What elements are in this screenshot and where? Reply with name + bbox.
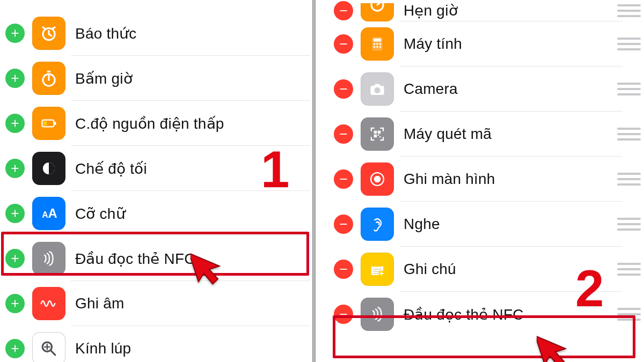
- row-nfc-left[interactable]: Đầu đọc thẻ NFC: [0, 236, 310, 281]
- row-camera[interactable]: Camera: [328, 67, 644, 112]
- row-label: Camera: [404, 80, 458, 98]
- svg-rect-4: [54, 122, 56, 125]
- row-label: Hẹn giờ: [404, 2, 458, 19]
- row-darkmode[interactable]: Chế độ tối: [0, 146, 310, 191]
- svg-rect-22: [374, 131, 377, 134]
- qr-scan-icon: [361, 117, 394, 151]
- minus-icon: [338, 263, 349, 275]
- add-button[interactable]: [5, 339, 25, 358]
- drag-handle-icon[interactable]: [617, 308, 641, 321]
- drag-handle-icon[interactable]: [617, 4, 641, 17]
- right-panel: Hẹn giờ Máy tính Camera: [328, 0, 644, 362]
- drag-handle-icon[interactable]: [617, 38, 641, 50]
- add-button[interactable]: [5, 24, 25, 43]
- drag-handle-icon[interactable]: [617, 173, 641, 186]
- record-icon: [361, 162, 394, 196]
- svg-rect-25: [378, 135, 379, 136]
- magnifier-icon: [32, 332, 65, 362]
- battery-icon: [32, 107, 65, 140]
- nfc-icon: [32, 242, 65, 275]
- svg-point-14: [376, 43, 378, 45]
- add-button[interactable]: [5, 159, 25, 178]
- svg-rect-12: [374, 39, 381, 42]
- add-button[interactable]: [5, 294, 25, 313]
- remove-button[interactable]: [334, 215, 353, 234]
- minus-icon: [338, 128, 349, 140]
- add-button[interactable]: [5, 204, 25, 223]
- row-nfc-right[interactable]: Đầu đọc thẻ NFC: [328, 292, 644, 337]
- row-label: Đầu đọc thẻ NFC: [404, 306, 524, 323]
- svg-point-21: [374, 87, 380, 93]
- plus-icon: [9, 162, 21, 174]
- ear-icon: [361, 208, 394, 241]
- row-qr[interactable]: Máy quét mã: [328, 112, 644, 157]
- svg-rect-5: [43, 121, 47, 125]
- minus-icon: [338, 38, 349, 50]
- nfc-icon: [361, 298, 394, 331]
- remove-button[interactable]: [334, 169, 353, 189]
- remove-button[interactable]: [334, 124, 353, 144]
- drag-handle-icon[interactable]: [617, 263, 641, 276]
- svg-point-28: [374, 176, 381, 183]
- row-calculator[interactable]: Máy tính: [328, 21, 644, 67]
- add-button[interactable]: [5, 69, 25, 88]
- svg-point-17: [376, 46, 378, 48]
- remove-button[interactable]: [334, 34, 353, 54]
- minus-icon: [338, 83, 349, 95]
- row-label: Máy tính: [404, 35, 462, 53]
- row-voicememo[interactable]: Ghi âm: [0, 281, 310, 326]
- plus-icon: [9, 253, 21, 264]
- svg-rect-30: [371, 263, 383, 267]
- add-button[interactable]: [5, 249, 25, 268]
- plus-icon: [9, 72, 21, 84]
- add-button[interactable]: [5, 114, 25, 133]
- stopwatch-icon: [32, 62, 65, 95]
- remove-button[interactable]: [334, 260, 353, 279]
- plus-icon: [9, 117, 21, 129]
- svg-point-13: [374, 43, 375, 45]
- tutorial-composite: Báo thức Bấm giờ C.độ nguồn điện thấp: [0, 0, 644, 362]
- row-screenrec[interactable]: Ghi màn hình: [328, 157, 644, 202]
- svg-rect-24: [374, 135, 377, 138]
- remove-button[interactable]: [334, 79, 353, 99]
- row-alarm[interactable]: Báo thức: [0, 11, 310, 56]
- minus-icon: [338, 5, 349, 17]
- row-label: Nghe: [404, 216, 440, 233]
- svg-text:A: A: [42, 210, 48, 219]
- svg-text:A: A: [48, 206, 57, 220]
- row-label: Ghi chú: [404, 261, 456, 278]
- svg-rect-2: [47, 71, 50, 72]
- camera-icon: [361, 72, 394, 106]
- row-label: Đầu đọc thẻ NFC: [75, 250, 195, 268]
- notes-icon: [361, 253, 394, 286]
- row-lowpower[interactable]: C.độ nguồn điện thấp: [0, 101, 310, 146]
- left-panel: Báo thức Bấm giờ C.độ nguồn điện thấp: [0, 0, 310, 362]
- remove-button[interactable]: [334, 305, 353, 324]
- row-textsize[interactable]: AA Cỡ chữ: [0, 191, 310, 236]
- row-hearing[interactable]: Nghe: [328, 202, 644, 247]
- drag-handle-icon[interactable]: [617, 128, 641, 141]
- textsize-icon: AA: [32, 197, 65, 230]
- row-notes[interactable]: Ghi chú: [328, 247, 644, 292]
- minus-icon: [338, 173, 349, 185]
- calculator-icon: [361, 27, 394, 61]
- remove-button[interactable]: [334, 1, 353, 20]
- row-label: Kính lúp: [75, 340, 131, 357]
- svg-point-15: [379, 43, 381, 45]
- row-magnifier[interactable]: Kính lúp: [0, 326, 310, 362]
- voicememo-icon: [32, 287, 65, 320]
- svg-rect-20: [375, 84, 380, 87]
- row-label: Ghi âm: [75, 295, 124, 312]
- row-label: Báo thức: [75, 25, 137, 42]
- row-label: Ghi màn hình: [404, 171, 495, 188]
- plus-icon: [9, 298, 21, 309]
- row-stopwatch[interactable]: Bấm giờ: [0, 56, 310, 101]
- drag-handle-icon[interactable]: [617, 83, 641, 95]
- minus-icon: [338, 308, 349, 320]
- row-timer[interactable]: Hẹn giờ: [328, 0, 644, 21]
- row-label: Cỡ chữ: [75, 205, 126, 223]
- drag-handle-icon[interactable]: [617, 218, 641, 231]
- row-label: C.độ nguồn điện thấp: [75, 115, 224, 132]
- svg-point-18: [379, 46, 381, 48]
- svg-point-16: [374, 46, 375, 48]
